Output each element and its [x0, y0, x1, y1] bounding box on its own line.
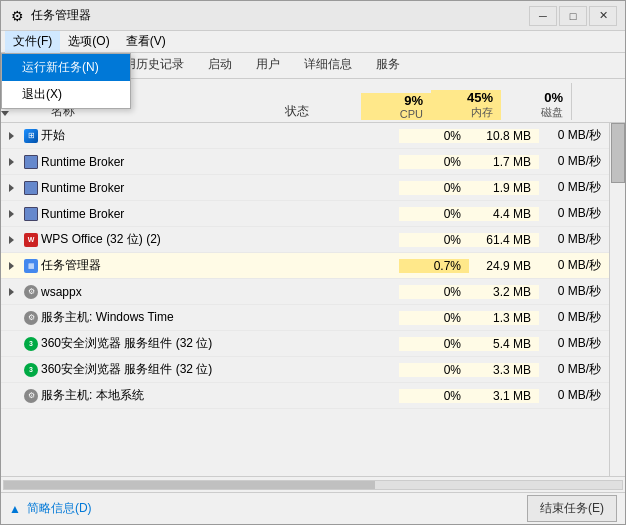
row-expand-toggle[interactable]	[1, 286, 21, 297]
sort-chevron-icon	[1, 111, 9, 116]
expand-icon	[9, 132, 14, 140]
expand-icon	[9, 184, 14, 192]
end-task-button[interactable]: 结束任务(E)	[527, 495, 617, 522]
row-cpu-value: 0%	[399, 389, 469, 403]
window-icon: ⚙	[9, 8, 25, 24]
row-process-name: Runtime Broker	[41, 207, 319, 221]
row-process-name: wsappx	[41, 285, 319, 299]
row-process-name: Runtime Broker	[41, 155, 319, 169]
row-expand-toggle[interactable]	[1, 182, 21, 193]
col-header-disk[interactable]: 0% 磁盘	[501, 90, 571, 120]
tab-users[interactable]: 用户	[245, 51, 291, 78]
menu-run-new-task[interactable]: 运行新任务(N)	[2, 54, 130, 81]
row-cpu-value: 0%	[399, 337, 469, 351]
row-cpu-value: 0%	[399, 181, 469, 195]
table-row[interactable]: 3 360安全浏览器 服务组件 (32 位) 0% 5.4 MB 0 MB/秒	[1, 331, 609, 357]
menu-view[interactable]: 查看(V)	[118, 31, 174, 53]
table-scroll-area[interactable]: ⊞ 开始 0% 10.8 MB 0 MB/秒 Runtime Broker 0%…	[1, 123, 609, 476]
row-process-name: Runtime Broker	[41, 181, 319, 195]
row-disk-value: 0 MB/秒	[539, 309, 609, 326]
window-title: 任务管理器	[31, 7, 529, 24]
brief-icon: ▲	[9, 502, 21, 516]
table-row[interactable]: Runtime Broker 0% 4.4 MB 0 MB/秒	[1, 201, 609, 227]
title-bar: ⚙ 任务管理器 ─ □ ✕	[1, 1, 625, 31]
row-process-icon	[21, 206, 41, 222]
vertical-scrollbar[interactable]	[609, 123, 625, 476]
row-memory-value: 5.4 MB	[469, 337, 539, 351]
scrollbar-track	[571, 83, 587, 120]
menu-options[interactable]: 选项(O)	[60, 31, 117, 53]
row-memory-value: 3.3 MB	[469, 363, 539, 377]
row-process-icon	[21, 180, 41, 196]
menu-exit[interactable]: 退出(X)	[2, 81, 130, 108]
menu-file[interactable]: 文件(F)	[5, 31, 60, 53]
row-cpu-value: 0%	[399, 233, 469, 247]
row-memory-value: 10.8 MB	[469, 129, 539, 143]
row-expand-toggle[interactable]	[1, 260, 21, 271]
table-row[interactable]: ⚙ wsappx 0% 3.2 MB 0 MB/秒	[1, 279, 609, 305]
row-process-name: 服务主机: 本地系统	[41, 387, 319, 404]
file-dropdown-menu: 运行新任务(N) 退出(X)	[1, 53, 131, 109]
table-row[interactable]: 3 360安全浏览器 服务组件 (32 位) 0% 3.3 MB 0 MB/秒	[1, 357, 609, 383]
table-row[interactable]: ▦ 任务管理器 0.7% 24.9 MB 0 MB/秒	[1, 253, 609, 279]
table-body-wrapper: ⊞ 开始 0% 10.8 MB 0 MB/秒 Runtime Broker 0%…	[1, 123, 625, 476]
expand-icon	[9, 210, 14, 218]
row-disk-value: 0 MB/秒	[539, 361, 609, 378]
row-memory-value: 3.2 MB	[469, 285, 539, 299]
row-disk-value: 0 MB/秒	[539, 283, 609, 300]
row-cpu-value: 0%	[399, 129, 469, 143]
row-expand-toggle[interactable]	[1, 364, 21, 375]
expand-icon	[9, 288, 14, 296]
row-expand-toggle[interactable]	[1, 156, 21, 167]
row-process-icon	[21, 154, 41, 170]
row-expand-toggle[interactable]	[1, 130, 21, 141]
col-header-status[interactable]: 状态	[281, 103, 361, 120]
tab-startup[interactable]: 启动	[197, 51, 243, 78]
scrollbar-thumb[interactable]	[611, 123, 625, 183]
table-row[interactable]: Runtime Broker 0% 1.9 MB 0 MB/秒	[1, 175, 609, 201]
expand-icon	[9, 158, 14, 166]
maximize-button[interactable]: □	[559, 6, 587, 26]
col-header-cpu[interactable]: 9% CPU	[361, 93, 431, 120]
minimize-button[interactable]: ─	[529, 6, 557, 26]
row-expand-toggle[interactable]	[1, 390, 21, 401]
brief-label: 简略信息(D)	[27, 500, 92, 517]
horizontal-scrollbar[interactable]	[1, 476, 625, 492]
row-memory-value: 1.7 MB	[469, 155, 539, 169]
row-process-name: 360安全浏览器 服务组件 (32 位)	[41, 335, 319, 352]
row-memory-value: 24.9 MB	[469, 259, 539, 273]
row-process-icon: W	[21, 232, 41, 248]
row-process-icon: 3	[21, 336, 41, 352]
row-disk-value: 0 MB/秒	[539, 335, 609, 352]
row-memory-value: 4.4 MB	[469, 207, 539, 221]
table-row[interactable]: ⊞ 开始 0% 10.8 MB 0 MB/秒	[1, 123, 609, 149]
row-memory-value: 61.4 MB	[469, 233, 539, 247]
row-disk-value: 0 MB/秒	[539, 205, 609, 222]
table-row[interactable]: ⚙ 服务主机: 本地系统 0% 3.1 MB 0 MB/秒	[1, 383, 609, 409]
row-expand-toggle[interactable]	[1, 234, 21, 245]
row-process-name: 开始	[41, 127, 319, 144]
tab-details[interactable]: 详细信息	[293, 51, 363, 78]
row-disk-value: 0 MB/秒	[539, 231, 609, 248]
row-expand-toggle[interactable]	[1, 312, 21, 323]
table-row[interactable]: ⚙ 服务主机: Windows Time 0% 1.3 MB 0 MB/秒	[1, 305, 609, 331]
hscroll-track[interactable]	[3, 480, 623, 490]
close-button[interactable]: ✕	[589, 6, 617, 26]
tab-services[interactable]: 服务	[365, 51, 411, 78]
row-memory-value: 1.9 MB	[469, 181, 539, 195]
table-row[interactable]: Runtime Broker 0% 1.7 MB 0 MB/秒	[1, 149, 609, 175]
task-manager-window: ⚙ 任务管理器 ─ □ ✕ 文件(F) 选项(O) 查看(V) 运行新任务(N)…	[0, 0, 626, 525]
row-process-name: 360安全浏览器 服务组件 (32 位)	[41, 361, 319, 378]
hscroll-thumb[interactable]	[4, 481, 375, 489]
col-header-memory[interactable]: 45% 内存	[431, 90, 501, 120]
row-cpu-value: 0%	[399, 311, 469, 325]
row-process-icon: ▦	[21, 258, 41, 274]
brief-info-button[interactable]: ▲ 简略信息(D)	[9, 500, 92, 517]
row-process-icon: ⚙	[21, 310, 41, 326]
row-expand-toggle[interactable]	[1, 338, 21, 349]
row-disk-value: 0 MB/秒	[539, 127, 609, 144]
row-expand-toggle[interactable]	[1, 208, 21, 219]
row-process-name: 服务主机: Windows Time	[41, 309, 319, 326]
table-row[interactable]: W WPS Office (32 位) (2) 0% 61.4 MB 0 MB/…	[1, 227, 609, 253]
row-disk-value: 0 MB/秒	[539, 153, 609, 170]
